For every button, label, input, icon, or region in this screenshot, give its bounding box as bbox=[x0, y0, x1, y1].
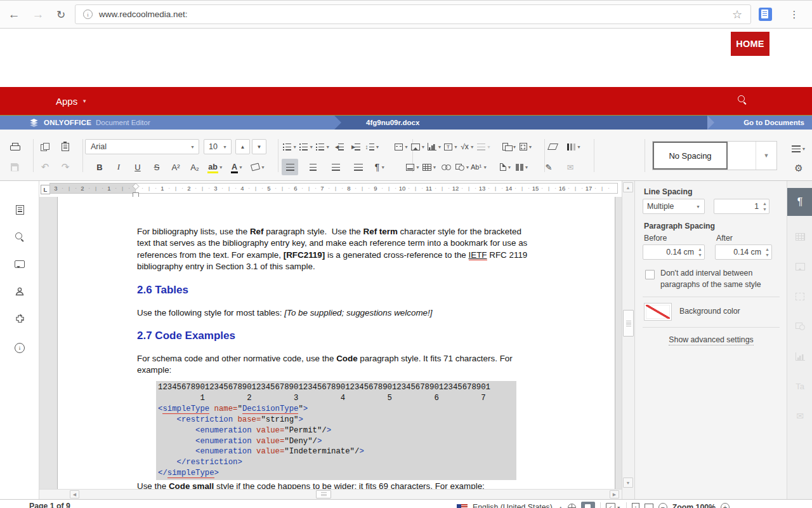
italic-icon[interactable]: I bbox=[109, 159, 128, 175]
tab-shape-settings[interactable] bbox=[787, 312, 812, 340]
plugins-icon[interactable] bbox=[11, 311, 29, 327]
align-center-icon[interactable] bbox=[304, 159, 321, 175]
about-info-icon[interactable]: i bbox=[11, 340, 29, 356]
line-spacing-value-spinner[interactable]: 1 ▲▼ bbox=[714, 199, 769, 214]
print-icon[interactable] bbox=[6, 138, 23, 155]
horizontal-scrollbar[interactable]: ◀ ▶ bbox=[39, 489, 622, 499]
image-icon[interactable]: ▼ bbox=[410, 138, 426, 155]
tab-image-settings[interactable] bbox=[787, 253, 812, 281]
columns-icon[interactable]: ▼ bbox=[514, 159, 530, 175]
scroll-left-icon[interactable]: ◀ bbox=[70, 490, 79, 498]
equation-icon[interactable]: √x▼ bbox=[459, 138, 476, 155]
decrease-font-icon[interactable]: ▼ bbox=[252, 139, 266, 154]
font-size-select[interactable]: 10▼ bbox=[204, 139, 232, 154]
section-heading[interactable]: 2.7 Code Examples bbox=[137, 330, 535, 342]
justify-icon[interactable] bbox=[350, 159, 367, 175]
paragraph[interactable]: Use the Code small style if the code hap… bbox=[137, 481, 535, 489]
show-advanced-settings-link[interactable]: Show advanced settings bbox=[635, 335, 787, 344]
paragraph[interactable]: For bibliography lists, use the Ref para… bbox=[137, 226, 535, 272]
section-heading[interactable]: 2.6 Tables bbox=[137, 284, 535, 297]
bold-icon[interactable]: B bbox=[90, 159, 109, 175]
style-next[interactable] bbox=[728, 142, 756, 170]
document-page[interactable]: For bibliography lists, use the Ref para… bbox=[57, 197, 615, 489]
copy-style-icon[interactable]: ✎ bbox=[540, 159, 557, 175]
align-right-icon[interactable] bbox=[327, 159, 344, 175]
highlight-color-icon[interactable]: ab▼ bbox=[204, 159, 227, 175]
page-indicator[interactable]: Page 1 of 9 bbox=[29, 502, 70, 508]
spacing-before-spinner[interactable]: 0.14 cm ▲▼ bbox=[643, 244, 705, 260]
go-to-documents-button[interactable]: Go to Documents bbox=[707, 116, 812, 130]
zoom-in-icon[interactable]: + bbox=[721, 503, 730, 508]
redo-icon[interactable]: ↷ bbox=[57, 159, 74, 175]
paragraph-shading-icon[interactable]: ▼ bbox=[247, 159, 269, 175]
collapse-toolbar-icon[interactable]: ▼ bbox=[790, 140, 807, 157]
tab-paragraph-settings[interactable]: ¶ bbox=[787, 188, 812, 216]
hyperlink-icon[interactable] bbox=[438, 159, 454, 175]
paragraph[interactable]: For schema code and other normative code… bbox=[137, 353, 535, 377]
page-size-icon[interactable]: ▼ bbox=[497, 159, 514, 175]
chart-icon[interactable]: ▼ bbox=[426, 138, 443, 155]
apps-menu-button[interactable]: Apps ▼ bbox=[56, 94, 87, 108]
page-margins-icon[interactable]: ▼ bbox=[518, 138, 534, 155]
zoom-out-icon[interactable]: − bbox=[658, 503, 667, 508]
spellcheck-mode-icon[interactable]: ✓▼ bbox=[606, 503, 621, 508]
chat-icon[interactable] bbox=[11, 283, 29, 300]
comments-icon[interactable] bbox=[11, 256, 29, 272]
show-paragraph-marks-icon[interactable]: ¶▼ bbox=[372, 159, 388, 175]
strikethrough-icon[interactable]: S bbox=[147, 159, 166, 175]
superscript-icon[interactable]: A² bbox=[166, 159, 185, 175]
table-icon[interactable]: ▼ bbox=[421, 159, 438, 175]
language-selector[interactable]: English (United States) bbox=[473, 503, 553, 508]
search-icon[interactable] bbox=[11, 229, 29, 245]
scroll-up-icon[interactable]: ▲ bbox=[623, 182, 633, 192]
scroll-down-icon[interactable]: ▼ bbox=[623, 478, 633, 488]
increase-font-icon[interactable]: ▲ bbox=[235, 139, 250, 154]
tab-textart-settings[interactable]: Ta bbox=[787, 372, 812, 400]
settings-gear-icon[interactable]: ⚙ bbox=[790, 160, 807, 177]
reload-icon[interactable]: ↻ bbox=[52, 6, 70, 23]
text-box-icon[interactable]: T▼ bbox=[443, 138, 459, 155]
search-icon[interactable] bbox=[738, 95, 747, 107]
line-spacing-select[interactable]: Multiple▼ bbox=[643, 199, 705, 214]
back-icon[interactable]: ← bbox=[5, 6, 23, 23]
page-break-icon[interactable]: ▼ bbox=[393, 138, 410, 155]
horizontal-scroll-thumb[interactable] bbox=[316, 490, 331, 498]
code-block[interactable]: 1234567890123456789012345678901234567890… bbox=[156, 381, 516, 480]
header-footer-icon[interactable]: ▼ bbox=[405, 159, 421, 175]
scroll-right-icon[interactable]: ▶ bbox=[610, 490, 619, 498]
font-name-select[interactable]: Arial▼ bbox=[85, 139, 199, 154]
browser-menu-icon[interactable]: ⋮ bbox=[785, 6, 803, 23]
shape-icon[interactable]: ▼ bbox=[454, 159, 471, 175]
horizontal-ruler[interactable]: 3211234567891011121314151617·|··|··|··|·… bbox=[39, 183, 622, 194]
increase-indent-icon[interactable]: ▶ bbox=[348, 138, 364, 155]
subscript-icon[interactable]: A₂ bbox=[185, 159, 204, 175]
tab-mail-merge[interactable]: ✉ bbox=[787, 402, 812, 430]
docs-extension-icon[interactable] bbox=[759, 8, 772, 21]
url-bar[interactable]: i www.redcoolmedia.net: bbox=[75, 4, 751, 24]
page-info-icon[interactable]: i bbox=[83, 10, 93, 19]
save-icon[interactable] bbox=[6, 159, 23, 175]
forward-icon[interactable]: → bbox=[29, 6, 47, 23]
tab-header-footer-settings[interactable] bbox=[787, 283, 812, 311]
styles-expand-icon[interactable]: ▼ bbox=[756, 142, 776, 170]
underline-icon[interactable]: U bbox=[128, 159, 147, 175]
color-scheme-icon[interactable]: ▼ bbox=[566, 138, 582, 155]
align-left-icon[interactable] bbox=[282, 159, 298, 175]
multilevel-list-icon[interactable]: ▼ bbox=[315, 138, 331, 155]
fit-width-icon[interactable]: ↔ bbox=[645, 504, 653, 508]
fit-page-icon[interactable]: ↕ bbox=[632, 503, 639, 508]
interval-checkbox[interactable] bbox=[645, 270, 655, 279]
mail-merge-icon[interactable]: ✉ bbox=[562, 159, 579, 175]
footnote-icon[interactable]: Ab¹▼ bbox=[471, 159, 487, 175]
tab-table-settings[interactable] bbox=[787, 223, 812, 251]
font-color-icon[interactable]: A▼ bbox=[227, 159, 247, 175]
undo-icon[interactable]: ↶ bbox=[37, 159, 53, 175]
home-button[interactable]: HOME bbox=[731, 32, 769, 56]
paste-icon[interactable] bbox=[57, 138, 74, 155]
numbered-list-icon[interactable]: ▼ bbox=[298, 138, 315, 155]
line-spacing-icon[interactable]: ↕▼ bbox=[364, 138, 381, 155]
spacing-after-spinner[interactable]: 0.14 cm ▲▼ bbox=[715, 244, 772, 260]
page-orientation-icon[interactable]: ▼ bbox=[501, 138, 518, 155]
set-language-globe-icon[interactable] bbox=[568, 504, 576, 508]
bullet-list-icon[interactable]: ▼ bbox=[282, 138, 298, 155]
